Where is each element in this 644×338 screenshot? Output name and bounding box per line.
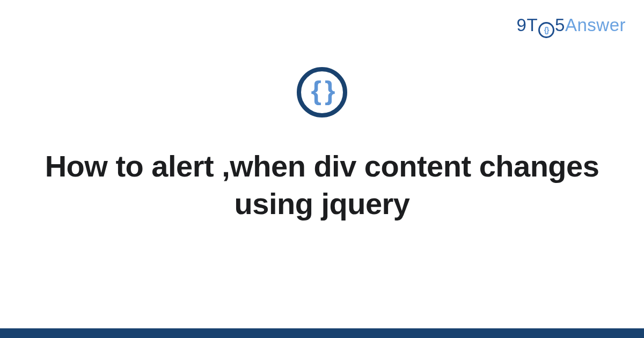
footer-accent-bar [0,328,644,338]
page-title: How to alert ,when div content changes u… [0,148,644,223]
code-braces-icon: {} [544,26,549,34]
brand-suffix: Answer [565,15,626,35]
brand-prefix: 9T [517,15,538,35]
page-card: 9T {} 5 Answer { } How to alert ,when di… [0,0,644,338]
category-icon-circle: { } [297,67,347,117]
brand-circle-icon: {} [538,22,554,38]
content-area: { } How to alert ,when div content chang… [0,67,644,223]
brand-logo: 9T {} 5 Answer [517,15,626,36]
brand-mid: 5 [555,15,565,35]
code-braces-icon: { } [311,77,333,104]
